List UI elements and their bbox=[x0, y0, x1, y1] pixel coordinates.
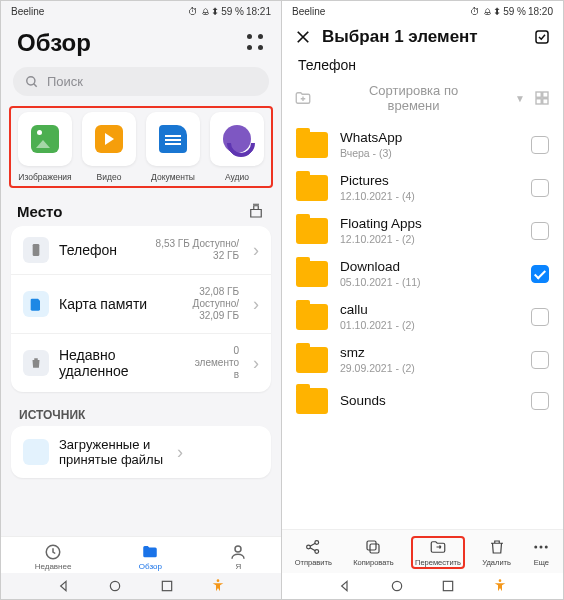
nav-me[interactable]: Я bbox=[229, 543, 247, 571]
folder-sub: 05.10.2021 - (11) bbox=[340, 276, 519, 288]
folder-name: Download bbox=[340, 259, 519, 274]
category-images[interactable]: Изображения bbox=[18, 112, 72, 182]
folder-name: Floating Apps bbox=[340, 216, 519, 231]
search-input[interactable]: Поиск bbox=[13, 67, 269, 96]
chevron-right-icon: › bbox=[253, 353, 259, 374]
overview-screen: Beeline ⏱ 🕭 ⬍ 59 % 18:21 Обзор Поиск Изо… bbox=[1, 1, 282, 599]
category-label: Документы bbox=[151, 172, 195, 182]
places-card: Телефон 8,53 ГБ Доступно/ 32 ГБ › Карта … bbox=[11, 226, 271, 392]
action-more[interactable]: Еще bbox=[528, 536, 554, 569]
recents-button[interactable] bbox=[159, 578, 175, 594]
menu-grid-icon[interactable] bbox=[247, 34, 265, 52]
folder-icon bbox=[296, 218, 328, 244]
action-send[interactable]: Отправить bbox=[291, 536, 336, 569]
chevron-down-icon[interactable]: ▼ bbox=[515, 93, 525, 104]
source-label: Загруженные и принятые файлы bbox=[59, 437, 163, 467]
select-all-icon[interactable] bbox=[533, 28, 551, 46]
action-move[interactable]: Переместить bbox=[411, 536, 465, 569]
source-card: Загруженные и принятые файлы › bbox=[11, 426, 271, 478]
recents-button[interactable] bbox=[440, 578, 456, 594]
clock-icon bbox=[44, 543, 62, 561]
chevron-right-icon: › bbox=[253, 240, 259, 261]
folder-icon bbox=[141, 543, 159, 561]
category-label: Видео bbox=[97, 172, 122, 182]
sort-label[interactable]: Сортировка по времени bbox=[320, 83, 507, 113]
home-button[interactable] bbox=[389, 578, 405, 594]
view-grid-icon[interactable] bbox=[533, 89, 551, 107]
svg-rect-9 bbox=[536, 92, 541, 97]
svg-rect-6 bbox=[162, 581, 171, 590]
folder-row[interactable]: Floating Apps 12.10.2021 - (2) bbox=[282, 209, 563, 252]
folder-row[interactable]: Download 05.10.2021 - (11) bbox=[282, 252, 563, 295]
category-documents[interactable]: Документы bbox=[146, 112, 200, 182]
folder-checkbox[interactable] bbox=[531, 351, 549, 369]
source-downloads[interactable]: Загруженные и принятые файлы › bbox=[11, 426, 271, 478]
folder-row[interactable]: Sounds bbox=[282, 381, 563, 421]
download-icon bbox=[29, 445, 43, 459]
carrier-text: Beeline bbox=[11, 6, 44, 17]
image-icon bbox=[31, 125, 59, 153]
folder-sub: 01.10.2021 - (2) bbox=[340, 319, 519, 331]
status-bar: Beeline ⏱ 🕭 ⬍ 59 % 18:21 bbox=[1, 1, 281, 21]
folder-row[interactable]: callu 01.10.2021 - (2) bbox=[282, 295, 563, 338]
folder-icon bbox=[296, 132, 328, 158]
svg-point-21 bbox=[392, 581, 401, 590]
place-trash[interactable]: Недавно удаленное 0 элементо в › bbox=[11, 333, 271, 392]
audio-icon bbox=[223, 125, 251, 153]
folder-checkbox[interactable] bbox=[531, 136, 549, 154]
status-icons: ⏱ 🕭 ⬍ 59 % bbox=[470, 6, 526, 17]
folder-icon bbox=[296, 261, 328, 287]
folder-checkbox[interactable] bbox=[531, 222, 549, 240]
folder-sub: 12.10.2021 - (2) bbox=[340, 233, 519, 245]
phone-storage-icon bbox=[28, 242, 44, 258]
accessibility-icon[interactable] bbox=[210, 578, 226, 594]
folder-row[interactable]: Pictures 12.10.2021 - (4) bbox=[282, 166, 563, 209]
place-label: Карта памяти bbox=[59, 296, 147, 312]
place-sub: 0 элементо в bbox=[195, 345, 239, 381]
breadcrumb[interactable]: Телефон bbox=[282, 55, 563, 79]
place-phone[interactable]: Телефон 8,53 ГБ Доступно/ 32 ГБ › bbox=[11, 226, 271, 274]
new-folder-icon[interactable] bbox=[294, 89, 312, 107]
folder-list[interactable]: WhatsApp Вчера - (3) Pictures 12.10.2021… bbox=[282, 123, 563, 529]
svg-rect-11 bbox=[536, 99, 541, 104]
copy-icon bbox=[364, 538, 382, 556]
category-audio[interactable]: Аудио bbox=[210, 112, 264, 182]
folder-name: WhatsApp bbox=[340, 130, 519, 145]
folder-checkbox[interactable] bbox=[531, 392, 549, 410]
folder-icon bbox=[296, 388, 328, 414]
chevron-right-icon: › bbox=[177, 442, 183, 463]
svg-rect-10 bbox=[543, 92, 548, 97]
bottom-nav: Недавнее Обзор Я bbox=[1, 536, 281, 573]
share-icon bbox=[304, 538, 322, 556]
place-sdcard[interactable]: Карта памяти 32,08 ГБ Доступно/ 32,09 ГБ… bbox=[11, 274, 271, 333]
chevron-right-icon: › bbox=[253, 294, 259, 315]
page-title: Обзор bbox=[17, 29, 91, 57]
nav-recent[interactable]: Недавнее bbox=[35, 543, 72, 571]
svg-rect-8 bbox=[536, 31, 548, 43]
svg-rect-22 bbox=[444, 581, 453, 590]
action-copy[interactable]: Копировать bbox=[349, 536, 397, 569]
action-delete[interactable]: Удалить bbox=[478, 536, 515, 569]
back-button[interactable] bbox=[56, 578, 72, 594]
folder-row[interactable]: smz 29.09.2021 - (2) bbox=[282, 338, 563, 381]
folder-checkbox[interactable] bbox=[531, 308, 549, 326]
nav-overview[interactable]: Обзор bbox=[139, 543, 162, 571]
svg-point-5 bbox=[111, 581, 120, 590]
category-label: Аудио bbox=[225, 172, 249, 182]
folder-checkbox[interactable] bbox=[531, 265, 549, 283]
folder-row[interactable]: WhatsApp Вчера - (3) bbox=[282, 123, 563, 166]
folder-icon bbox=[296, 304, 328, 330]
folder-sub: 12.10.2021 - (4) bbox=[340, 190, 519, 202]
folder-name: Sounds bbox=[340, 393, 519, 408]
document-icon bbox=[159, 125, 187, 153]
category-video[interactable]: Видео bbox=[82, 112, 136, 182]
home-button[interactable] bbox=[107, 578, 123, 594]
selection-screen: Beeline ⏱ 🕭 ⬍ 59 % 18:20 Выбран 1 элемен… bbox=[282, 1, 563, 599]
close-icon[interactable] bbox=[294, 28, 312, 46]
folder-checkbox[interactable] bbox=[531, 179, 549, 197]
back-button[interactable] bbox=[337, 578, 353, 594]
cleanup-icon[interactable] bbox=[247, 202, 265, 220]
svg-point-0 bbox=[27, 76, 35, 84]
accessibility-icon[interactable] bbox=[492, 578, 508, 594]
status-time: 18:20 bbox=[528, 6, 553, 17]
